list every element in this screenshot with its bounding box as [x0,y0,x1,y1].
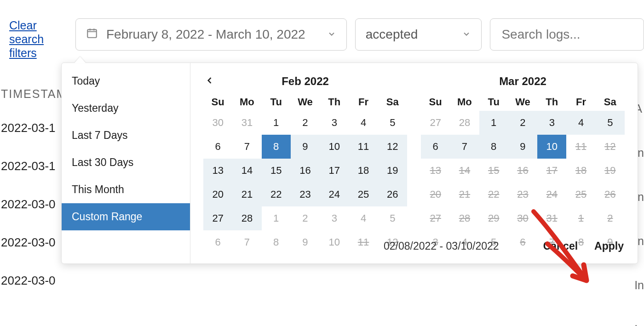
calendar-day[interactable]: 5 [378,206,407,230]
calendar-day[interactable]: 25 [349,183,378,206]
calendar-day[interactable]: 1 [479,111,508,135]
calendar-day: 15 [479,159,508,183]
calendar-day: 13 [421,159,450,183]
calendar-day: 12 [596,135,625,159]
apply-button[interactable]: Apply [594,240,624,252]
clear-filters-link[interactable]: Clear search filters [9,18,50,60]
calendar-day[interactable]: 26 [378,183,407,206]
calendar-day: 16 [508,159,537,183]
calendar-day[interactable]: 6 [421,135,450,159]
calendar-day: 23 [508,183,537,206]
calendar-day: 25 [566,183,595,206]
preset-custom-range[interactable]: Custom Range [62,203,190,230]
calendar-day: 14 [450,159,479,183]
calendar-day: 30 [508,206,537,230]
status-selector[interactable]: accepted [355,18,482,51]
selected-range-text: 02/08/2022 - 03/10/2022 [384,240,499,252]
calendar-day[interactable]: 15 [262,159,291,183]
calendar-day: 27 [421,206,450,230]
calendar-day: 28 [450,206,479,230]
calendar-day[interactable]: 10 [320,135,349,159]
calendar-day[interactable]: 3 [537,111,566,135]
preset-yesterday[interactable]: Yesterday [62,95,190,122]
daterange-selector[interactable]: February 8, 2022 - March 10, 2022 [75,18,347,51]
calendar-day[interactable]: 1 [262,206,291,230]
calendar-day[interactable]: 9 [508,135,537,159]
calendar-day: 1 [566,206,595,230]
calendar-day[interactable]: 16 [291,159,320,183]
preset-last-30[interactable]: Last 30 Days [62,149,190,176]
calendar-day[interactable]: 9 [291,135,320,159]
weekday-label: Tu [479,96,508,108]
weekday-label: Th [320,96,349,108]
calendar-day[interactable]: 20 [203,183,232,206]
calendar-day[interactable]: 4 [349,206,378,230]
popover-arrow [75,57,86,63]
calendar-day[interactable]: 12 [378,135,407,159]
calendar-day[interactable]: 10 [537,135,566,159]
calendar-day[interactable]: 8 [262,135,291,159]
daterange-picker: Today Yesterday Last 7 Days Last 30 Days… [61,63,638,264]
table-row[interactable]: 2022-03-0 [0,262,644,300]
calendar-day[interactable]: 24 [320,183,349,206]
calendar-day[interactable]: 5 [378,111,407,135]
preset-today[interactable]: Today [62,68,190,95]
preset-this-month[interactable]: This Month [62,176,190,203]
calendar-day[interactable]: 3 [320,206,349,230]
calendar-day[interactable]: 3 [320,111,349,135]
picker-footer: 02/08/2022 - 03/10/2022 Cancel Apply [62,229,638,263]
weekday-label: Th [537,96,566,108]
calendar-day[interactable]: 19 [378,159,407,183]
calendar-day[interactable]: 28 [450,111,479,135]
chevron-down-icon [327,27,336,42]
weekday-label: We [291,96,320,108]
calendar-day: 31 [537,206,566,230]
calendar-day[interactable]: 14 [232,159,261,183]
calendar-day[interactable]: 4 [349,111,378,135]
calendar-day[interactable]: 11 [349,135,378,159]
calendar-day[interactable]: 2 [508,111,537,135]
calendar-day[interactable]: 17 [320,159,349,183]
search-input-wrap[interactable] [490,18,644,51]
weekday-label: Tu [262,96,291,108]
weekday-label: Sa [378,96,407,108]
calendar-day[interactable]: 31 [232,111,261,135]
calendar-day[interactable]: 18 [349,159,378,183]
calendar-day: 24 [537,183,566,206]
calendar-day[interactable]: 7 [450,135,479,159]
calendar-day[interactable]: 2 [291,111,320,135]
preset-last-7[interactable]: Last 7 Days [62,122,190,149]
weekday-label: Mo [450,96,479,108]
calendar-day: 21 [450,183,479,206]
calendar-day[interactable]: 22 [262,183,291,206]
weekday-label: We [508,96,537,108]
calendar-day: 29 [479,206,508,230]
calendar-day[interactable]: 30 [203,111,232,135]
calendar-day[interactable]: 28 [232,206,261,230]
calendar-day[interactable]: 27 [203,206,232,230]
calendar-day: 19 [596,159,625,183]
calendar-day[interactable]: 7 [232,135,261,159]
cancel-button[interactable]: Cancel [543,240,578,252]
calendar-icon [86,27,98,42]
prev-month-button[interactable] [205,75,214,88]
calendar-day: 20 [421,183,450,206]
calendar-day[interactable]: 6 [203,135,232,159]
calendar-day[interactable]: 2 [291,206,320,230]
calendar-day[interactable]: 13 [203,159,232,183]
calendar-day: 18 [566,159,595,183]
calendar-day[interactable]: 27 [421,111,450,135]
weekday-label: Fr [349,96,378,108]
calendar-day: 17 [537,159,566,183]
calendar-day[interactable]: 4 [566,111,595,135]
calendar-day[interactable]: 23 [291,183,320,206]
calendar-day[interactable]: 21 [232,183,261,206]
calendar-day[interactable]: 5 [596,111,625,135]
weekday-row: SuMoTuWeThFrSa [421,96,625,108]
search-input[interactable] [500,27,633,42]
weekday-row: SuMoTuWeThFrSa [203,96,407,108]
calendar-month-right: Mar 2022 SuMoTuWeThFrSa 2728123456789101… [421,71,625,254]
calendar-day[interactable]: 8 [479,135,508,159]
month-title: Mar 2022 [499,75,546,88]
calendar-day[interactable]: 1 [262,111,291,135]
